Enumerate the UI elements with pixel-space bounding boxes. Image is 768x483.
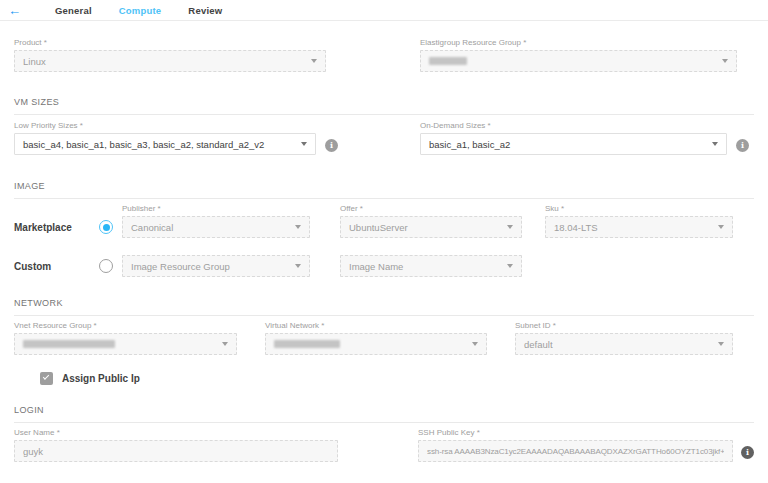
publisher-select[interactable]: Canonical	[122, 216, 310, 238]
subnet-id-label: Subnet ID *	[515, 321, 733, 330]
image-resource-group-placeholder: Image Resource Group	[131, 261, 289, 272]
sku-label: Sku *	[545, 204, 733, 213]
marketplace-label: Marketplace	[14, 222, 72, 233]
custom-row: Custom Image Resource Group Image Name	[14, 255, 754, 277]
chevron-down-icon	[507, 264, 513, 268]
product-value: Linux	[23, 56, 305, 67]
image-name-select[interactable]: Image Name	[340, 255, 522, 277]
info-icon[interactable]: i	[736, 139, 749, 152]
assign-public-ip-row: Assign Public Ip	[40, 372, 754, 385]
tab-review[interactable]: Review	[188, 5, 222, 16]
virtual-network-select[interactable]	[265, 333, 487, 355]
chevron-down-icon	[507, 225, 513, 229]
low-priority-sizes-value: basic_a4, basic_a1, basic_a3, basic_a2, …	[23, 139, 295, 150]
sku-select[interactable]: 18.04-LTS	[545, 216, 733, 238]
user-name-label: User Name *	[14, 428, 338, 437]
back-arrow-icon[interactable]: ←	[8, 4, 28, 17]
product-field-group: Product * Linux	[14, 38, 326, 72]
info-icon[interactable]: i	[741, 446, 754, 459]
virtual-network-field-group: Virtual Network *	[265, 321, 487, 355]
on-demand-sizes-field-group: On-Demand Sizes * basic_a1, basic_a2	[420, 121, 727, 155]
on-demand-sizes-label: On-Demand Sizes *	[420, 121, 727, 130]
image-resource-group-select[interactable]: Image Resource Group	[122, 255, 310, 277]
chevron-down-icon	[718, 342, 724, 346]
on-demand-sizes-select[interactable]: basic_a1, basic_a2	[420, 133, 727, 155]
ssh-public-key-label: SSH Public Key *	[418, 428, 733, 437]
vnet-rg-field-group: Vnet Resource Group *	[14, 321, 237, 355]
sku-field-group: Sku * 18.04-LTS	[545, 204, 733, 238]
chevron-down-icon	[472, 342, 478, 346]
on-demand-sizes-value: basic_a1, basic_a2	[429, 139, 706, 150]
subnet-id-field-group: Subnet ID * default	[515, 321, 733, 355]
redacted-value	[23, 340, 115, 348]
section-title-image: IMAGE	[14, 181, 754, 191]
assign-public-ip-label: Assign Public Ip	[62, 373, 140, 384]
wizard-header: ← General Compute Review	[0, 0, 768, 21]
login-row: User Name * guyk SSH Public Key * ssh-rs…	[14, 428, 754, 462]
network-row: Vnet Resource Group * Virtual Network * …	[14, 321, 754, 355]
ssh-public-key-field-group: SSH Public Key * ssh-rsa AAAAB3NzaC1yc2E…	[418, 428, 733, 462]
ssh-public-key-input[interactable]: ssh-rsa AAAAB3NzaC1yc2EAAAADAQABAAABAQDX…	[418, 440, 733, 462]
custom-radio[interactable]	[99, 259, 113, 273]
user-name-field-group: User Name * guyk	[14, 428, 338, 462]
chevron-down-icon	[718, 225, 724, 229]
vm-sizes-row: Low Priority Sizes * basic_a4, basic_a1,…	[14, 121, 754, 155]
compute-form: Product * Linux Elastigroup Resource Gro…	[0, 38, 768, 483]
divider	[14, 198, 754, 199]
check-icon	[43, 373, 49, 379]
redacted-value	[274, 340, 340, 348]
elastigroup-rg-field-group: Elastigroup Resource Group *	[420, 38, 737, 72]
publisher-label: Publisher *	[122, 204, 310, 213]
custom-label: Custom	[14, 261, 51, 272]
chevron-down-icon	[295, 264, 301, 268]
chevron-down-icon	[222, 342, 228, 346]
divider	[14, 315, 754, 316]
elastigroup-rg-select[interactable]	[420, 50, 737, 72]
low-priority-sizes-select[interactable]: basic_a4, basic_a1, basic_a3, basic_a2, …	[14, 133, 316, 155]
publisher-field-group: Publisher * Canonical	[122, 204, 310, 238]
offer-label: Offer *	[340, 204, 522, 213]
product-label: Product *	[14, 38, 326, 47]
virtual-network-label: Virtual Network *	[265, 321, 487, 330]
chevron-down-icon	[712, 142, 718, 146]
low-priority-sizes-label: Low Priority Sizes *	[14, 121, 316, 130]
subnet-id-select[interactable]: default	[515, 333, 733, 355]
elastigroup-rg-label: Elastigroup Resource Group *	[420, 38, 737, 47]
chevron-down-icon	[722, 59, 728, 63]
product-select[interactable]: Linux	[14, 50, 326, 72]
publisher-value: Canonical	[131, 222, 289, 233]
marketplace-row: Marketplace Publisher * Canonical Offer …	[14, 204, 754, 238]
user-name-value: guyk	[23, 446, 329, 457]
redacted-value	[429, 57, 467, 65]
sku-value: 18.04-LTS	[554, 222, 712, 233]
vnet-rg-select[interactable]	[14, 333, 237, 355]
marketplace-option: Marketplace	[14, 216, 122, 238]
chevron-down-icon	[311, 59, 317, 63]
offer-value: UbuntuServer	[349, 222, 501, 233]
user-name-input[interactable]: guyk	[14, 440, 338, 462]
chevron-down-icon	[295, 225, 301, 229]
section-title-login: LOGIN	[14, 405, 754, 415]
subnet-id-value: default	[524, 339, 712, 350]
section-title-vm-sizes: VM SIZES	[14, 97, 754, 107]
tab-compute[interactable]: Compute	[119, 5, 162, 16]
custom-option: Custom	[14, 255, 122, 277]
image-name-placeholder: Image Name	[349, 261, 501, 272]
chevron-down-icon	[301, 142, 307, 146]
vnet-rg-label: Vnet Resource Group *	[14, 321, 237, 330]
offer-select[interactable]: UbuntuServer	[340, 216, 522, 238]
divider	[14, 114, 754, 115]
assign-public-ip-checkbox[interactable]	[40, 372, 53, 385]
tab-general[interactable]: General	[55, 5, 92, 16]
info-icon[interactable]: i	[325, 139, 338, 152]
product-row: Product * Linux Elastigroup Resource Gro…	[14, 38, 754, 72]
ssh-public-key-value: ssh-rsa AAAAB3NzaC1yc2EAAAADAQABAAABAQDX…	[427, 447, 724, 456]
section-title-network: NETWORK	[14, 298, 754, 308]
divider	[14, 422, 754, 423]
low-priority-sizes-field-group: Low Priority Sizes * basic_a4, basic_a1,…	[14, 121, 316, 155]
offer-field-group: Offer * UbuntuServer	[340, 204, 522, 238]
marketplace-radio[interactable]	[99, 220, 113, 234]
